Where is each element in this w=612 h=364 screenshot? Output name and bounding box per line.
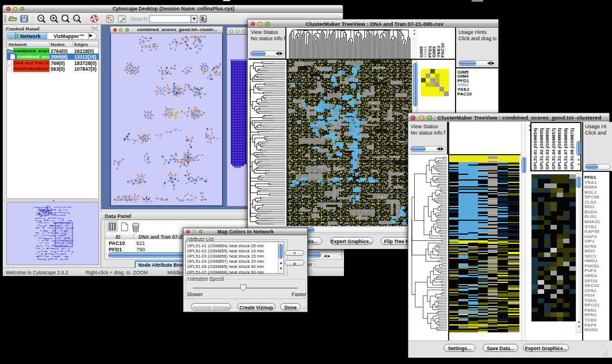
svg-text:GPL51-03 (GSM856): GPL51-03 (GSM856)	[545, 128, 550, 170]
svg-text:GPL51-04 (GSM857): GPL51-04 (GSM857)	[551, 128, 556, 170]
svg-text:GPL51-06 (GSM865): GPL51-06 (GSM865)	[557, 128, 562, 170]
svg-text:GPL51-02 (GSM855): GPL51-02 (GSM855)	[539, 128, 544, 170]
svg-text:PAC10: PAC10	[440, 43, 445, 58]
svg-text:GPL51-07 (GSM868): GPL51-07 (GSM868)	[563, 128, 568, 170]
svg-text:Search:: Search:	[131, 16, 148, 22]
svg-text:1:1: 1:1	[75, 17, 79, 20]
svg-text:GPL51-08 (GSM872): GPL51-08 (GSM872)	[569, 128, 575, 170]
svg-text:GPL51-01 (GSM854): GPL51-01 (GSM854)	[533, 128, 538, 170]
